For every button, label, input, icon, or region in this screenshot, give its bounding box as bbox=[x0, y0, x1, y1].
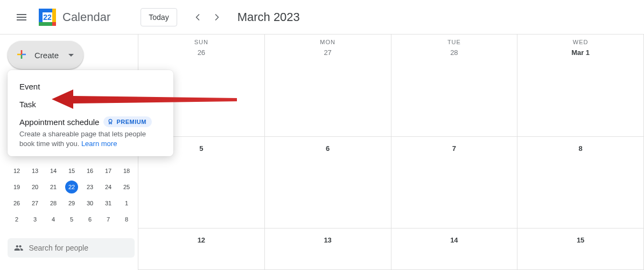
date-number: 15 bbox=[517, 236, 643, 244]
date-number: 8 bbox=[517, 144, 643, 153]
calendar-cell[interactable]: TUE28 bbox=[391, 34, 518, 137]
day-of-week: WED bbox=[517, 39, 643, 45]
next-button[interactable] bbox=[207, 8, 227, 27]
dropdown-item-task[interactable]: Task bbox=[8, 95, 173, 113]
create-dropdown: Event Task Appointment schedule PREMIUM … bbox=[8, 70, 173, 156]
calendar-cell[interactable]: 8 bbox=[517, 137, 644, 229]
date-number: 6 bbox=[265, 144, 391, 153]
search-people[interactable] bbox=[8, 238, 135, 258]
mini-cal-day[interactable]: 1 bbox=[117, 195, 136, 211]
dropdown-item-event[interactable]: Event bbox=[8, 78, 173, 95]
main: Create Event Task Appointment schedule P… bbox=[0, 34, 644, 270]
hamburger-icon bbox=[15, 11, 28, 24]
create-button[interactable]: Create bbox=[8, 41, 83, 69]
header: 22 Calendar Today March 2023 bbox=[0, 0, 644, 34]
people-icon bbox=[14, 243, 23, 253]
calendar-cell[interactable]: 15 bbox=[517, 229, 644, 270]
date-number: 12 bbox=[138, 236, 264, 244]
mini-cal-day[interactable]: 26 bbox=[8, 195, 26, 211]
mini-cal-day[interactable]: 18 bbox=[117, 163, 136, 179]
mini-cal-day[interactable]: 27 bbox=[26, 195, 44, 211]
mini-cal-day[interactable]: 21 bbox=[44, 179, 62, 195]
mini-cal-day[interactable]: 22 bbox=[65, 181, 78, 193]
premium-badge: PREMIUM bbox=[103, 116, 151, 127]
mini-cal-day[interactable]: 30 bbox=[81, 195, 99, 211]
mini-cal-day[interactable]: 5 bbox=[62, 211, 81, 227]
appointment-label: Appointment schedule bbox=[19, 117, 99, 127]
menu-button[interactable] bbox=[9, 4, 34, 30]
calendar-logo-icon: 22 bbox=[37, 6, 58, 28]
dropdown-item-appointment[interactable]: Appointment schedule PREMIUM Create a sh… bbox=[8, 113, 173, 149]
mini-cal-day[interactable]: 23 bbox=[81, 179, 99, 195]
search-input[interactable] bbox=[29, 244, 128, 252]
day-of-week: SUN bbox=[138, 39, 264, 45]
mini-cal-day[interactable]: 14 bbox=[44, 163, 62, 179]
mini-cal-day[interactable]: 16 bbox=[81, 163, 99, 179]
calendar-cell[interactable]: 13 bbox=[265, 229, 391, 270]
date-number: 28 bbox=[391, 49, 517, 57]
mini-cal-day[interactable]: 8 bbox=[117, 211, 136, 227]
date-number: 14 bbox=[391, 236, 517, 244]
calendar-cell[interactable]: 14 bbox=[391, 229, 518, 270]
calendar-grid: SUN26MON27TUE28WEDMar 1567812131415 bbox=[138, 34, 644, 270]
mini-cal-day[interactable]: 29 bbox=[62, 195, 81, 211]
svg-text:22: 22 bbox=[43, 13, 52, 22]
appointment-description: Create a shareable page that lets people… bbox=[19, 129, 162, 149]
mini-cal-day[interactable]: 12 bbox=[8, 163, 26, 179]
calendar-cell[interactable]: WEDMar 1 bbox=[517, 34, 644, 137]
plus-icon bbox=[15, 48, 28, 63]
learn-more-link[interactable]: Learn more bbox=[81, 140, 117, 148]
chevron-left-icon bbox=[192, 12, 203, 23]
mini-cal-day[interactable]: 2 bbox=[8, 211, 26, 227]
date-number: 7 bbox=[391, 144, 517, 153]
mini-calendar: 1213141516171819202122232425262728293031… bbox=[8, 163, 130, 227]
mini-cal-day[interactable]: 28 bbox=[44, 195, 62, 211]
calendar-cell[interactable]: MON27 bbox=[265, 34, 391, 137]
mini-cal-day[interactable]: 3 bbox=[26, 211, 44, 227]
chevron-down-icon bbox=[68, 54, 74, 57]
mini-cal-day[interactable]: 17 bbox=[99, 163, 117, 179]
sidebar: Create Event Task Appointment schedule P… bbox=[0, 34, 138, 270]
mini-cal-day[interactable]: 19 bbox=[8, 179, 26, 195]
current-month: March 2023 bbox=[237, 10, 300, 24]
mini-cal-day[interactable]: 7 bbox=[99, 211, 117, 227]
day-of-week: TUE bbox=[391, 39, 517, 45]
mini-cal-day[interactable]: 4 bbox=[44, 211, 62, 227]
calendar-cell[interactable]: 12 bbox=[138, 229, 265, 270]
mini-cal-day[interactable]: 25 bbox=[117, 179, 136, 195]
mini-cal-day[interactable]: 15 bbox=[62, 163, 81, 179]
svg-rect-5 bbox=[52, 22, 56, 26]
prev-button[interactable] bbox=[188, 8, 207, 27]
app-name: Calendar bbox=[62, 10, 110, 24]
chevron-right-icon bbox=[212, 12, 222, 23]
today-button[interactable]: Today bbox=[141, 8, 177, 26]
premium-icon bbox=[107, 118, 114, 126]
day-of-week: MON bbox=[265, 39, 391, 45]
svg-point-7 bbox=[109, 119, 113, 122]
calendar-cell[interactable]: 7 bbox=[391, 137, 518, 229]
date-number: 13 bbox=[265, 236, 391, 244]
mini-cal-day[interactable]: 20 bbox=[26, 179, 44, 195]
premium-text: PREMIUM bbox=[116, 119, 146, 125]
mini-cal-day[interactable]: 31 bbox=[99, 195, 117, 211]
create-label: Create bbox=[34, 51, 59, 60]
mini-cal-day[interactable]: 24 bbox=[99, 179, 117, 195]
logo[interactable]: 22 Calendar bbox=[37, 6, 110, 28]
mini-cal-day[interactable]: 13 bbox=[26, 163, 44, 179]
date-number: 27 bbox=[265, 49, 391, 57]
calendar-cell[interactable]: 6 bbox=[265, 137, 391, 229]
date-number: Mar 1 bbox=[517, 49, 643, 57]
date-number: 26 bbox=[138, 49, 264, 57]
nav-arrows bbox=[188, 8, 227, 27]
mini-cal-day[interactable]: 6 bbox=[81, 211, 99, 227]
